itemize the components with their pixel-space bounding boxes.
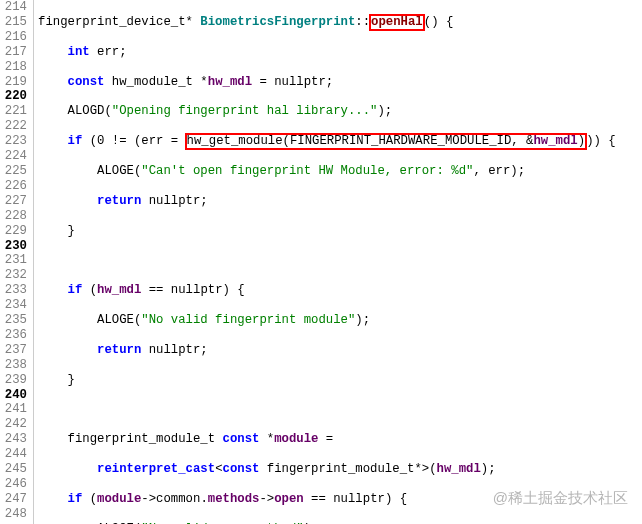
line-number[interactable]: 229 bbox=[4, 224, 27, 239]
line-number[interactable]: 236 bbox=[4, 328, 27, 343]
line-number[interactable]: 231 bbox=[4, 253, 27, 268]
code-line[interactable]: if (hw_mdl == nullptr) { bbox=[38, 283, 642, 298]
code-line[interactable]: fingerprint_module_t const *module = bbox=[38, 432, 642, 447]
line-number[interactable]: 228 bbox=[4, 209, 27, 224]
line-number[interactable]: 233 bbox=[4, 283, 27, 298]
line-number[interactable]: 247 bbox=[4, 492, 27, 507]
highlight-hw-get-module: hw_get_module(FINGERPRINT_HARDWARE_MODUL… bbox=[186, 134, 587, 149]
highlight-openhal: openHal bbox=[370, 15, 424, 30]
line-number[interactable]: 225 bbox=[4, 164, 27, 179]
line-number[interactable]: 219 bbox=[4, 75, 27, 90]
line-number[interactable]: 221 bbox=[4, 104, 27, 119]
code-editor: 2142152162172182192202212222232242252262… bbox=[0, 0, 642, 524]
code-line[interactable]: if (0 != (err = hw_get_module(FINGERPRIN… bbox=[38, 134, 642, 149]
line-number-gutter: 2142152162172182192202212222232242252262… bbox=[0, 0, 34, 524]
code-line[interactable]: ALOGE("No valid fingerprint module"); bbox=[38, 313, 642, 328]
line-number[interactable]: 223 bbox=[4, 134, 27, 149]
line-number[interactable]: 217 bbox=[4, 45, 27, 60]
code-line[interactable]: const hw_module_t *hw_mdl = nullptr; bbox=[38, 75, 642, 90]
code-line[interactable]: int err; bbox=[38, 45, 642, 60]
line-number[interactable]: 226 bbox=[4, 179, 27, 194]
line-number[interactable]: 243 bbox=[4, 432, 27, 447]
line-number[interactable]: 235 bbox=[4, 313, 27, 328]
line-number[interactable]: 246 bbox=[4, 477, 27, 492]
code-line[interactable]: ALOGE("Can't open fingerprint HW Module,… bbox=[38, 164, 642, 179]
line-number[interactable]: 232 bbox=[4, 268, 27, 283]
line-number[interactable]: 241 bbox=[4, 402, 27, 417]
line-number[interactable]: 239 bbox=[4, 373, 27, 388]
line-number[interactable]: 240 bbox=[4, 388, 27, 403]
line-number[interactable]: 216 bbox=[4, 30, 27, 45]
line-number[interactable]: 237 bbox=[4, 343, 27, 358]
line-number[interactable]: 227 bbox=[4, 194, 27, 209]
code-line[interactable]: if (module->common.methods->open == null… bbox=[38, 492, 642, 507]
line-number[interactable]: 242 bbox=[4, 417, 27, 432]
line-number[interactable]: 244 bbox=[4, 447, 27, 462]
code-line[interactable]: fingerprint_device_t* BiometricsFingerpr… bbox=[38, 15, 642, 30]
line-number[interactable]: 218 bbox=[4, 60, 27, 75]
line-number[interactable]: 248 bbox=[4, 507, 27, 522]
line-number[interactable]: 214 bbox=[4, 0, 27, 15]
line-number[interactable]: 238 bbox=[4, 358, 27, 373]
code-line[interactable]: } bbox=[38, 373, 642, 388]
code-line[interactable] bbox=[38, 402, 642, 417]
line-number[interactable]: 245 bbox=[4, 462, 27, 477]
code-line[interactable]: return nullptr; bbox=[38, 343, 642, 358]
code-line[interactable]: ALOGD("Opening fingerprint hal library..… bbox=[38, 104, 642, 119]
code-line[interactable]: } bbox=[38, 224, 642, 239]
line-number[interactable]: 224 bbox=[4, 149, 27, 164]
line-number[interactable]: 230 bbox=[4, 239, 27, 254]
code-line[interactable] bbox=[38, 253, 642, 268]
code-line[interactable]: return nullptr; bbox=[38, 194, 642, 209]
line-number[interactable]: 222 bbox=[4, 119, 27, 134]
code-line[interactable]: reinterpret_cast<const fingerprint_modul… bbox=[38, 462, 642, 477]
line-number[interactable]: 215 bbox=[4, 15, 27, 30]
line-number[interactable]: 220 bbox=[4, 89, 27, 104]
code-area[interactable]: fingerprint_device_t* BiometricsFingerpr… bbox=[34, 0, 642, 524]
line-number[interactable]: 234 bbox=[4, 298, 27, 313]
